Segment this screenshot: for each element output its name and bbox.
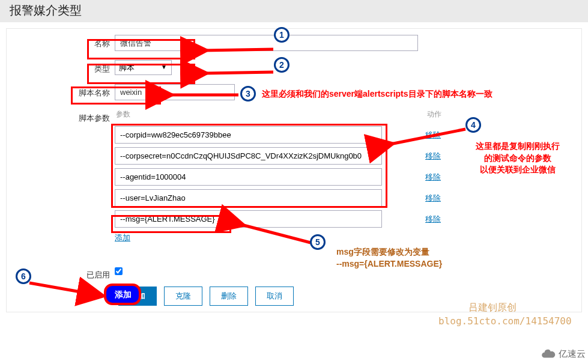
col-param-header: 参数: [115, 109, 427, 120]
param-input[interactable]: [115, 147, 382, 165]
label-script-params: 脚本参数: [7, 109, 115, 124]
badge-2: 2: [274, 57, 289, 73]
param-input[interactable]: [115, 126, 382, 144]
clone-button[interactable]: 克隆: [164, 287, 202, 306]
cancel-button[interactable]: 取消: [255, 287, 294, 306]
arrow-1: [198, 43, 276, 57]
param-remove-link[interactable]: 移除: [425, 172, 441, 183]
param-row: 移除: [115, 168, 448, 186]
param-input[interactable]: [115, 168, 382, 186]
badge-4: 4: [465, 117, 481, 133]
watermark-author: 吕建钊原创: [468, 302, 517, 314]
label-type: 类型: [7, 60, 115, 74]
param-input[interactable]: [115, 189, 382, 207]
badge-1: 1: [274, 27, 289, 43]
param-remove-link[interactable]: 移除: [425, 214, 441, 225]
watermark-logo: 亿速云: [541, 346, 586, 362]
cloud-icon: [541, 346, 556, 362]
page-title: 报警媒介类型: [0, 0, 588, 22]
annotation-5-text: msg字段需要修改为变量 --msg={ALERT.MESSAGE}: [336, 246, 442, 270]
param-remove-link[interactable]: 移除: [425, 151, 441, 162]
type-select[interactable]: 脚本: [115, 60, 172, 75]
label-name: 名称: [7, 35, 115, 49]
watermark-blog: blog.51cto.com/14154700: [438, 315, 572, 327]
col-action-header: 动作: [427, 109, 448, 120]
add-param-link[interactable]: 添加: [115, 232, 130, 243]
delete-button[interactable]: 删除: [210, 287, 248, 306]
enabled-checkbox[interactable]: [115, 267, 123, 275]
svg-line-4: [241, 225, 311, 243]
add-button[interactable]: 添加: [118, 287, 157, 306]
arrow-3: [163, 89, 241, 103]
svg-line-5: [29, 283, 101, 296]
arrow-5: [235, 220, 314, 249]
params-header: 参数 动作: [115, 109, 448, 123]
svg-line-1: [204, 72, 273, 73]
label-script-name: 脚本名称: [7, 84, 115, 99]
arrow-6: [26, 280, 105, 306]
badge-5: 5: [310, 234, 326, 250]
annotation-3-text: 这里必须和我们的server端alertscripts目录下的脚本名称一致: [262, 89, 574, 100]
param-row: 移除: [115, 189, 448, 207]
svg-line-0: [204, 49, 273, 50]
arrow-2: [198, 66, 276, 80]
badge-3: 3: [240, 86, 256, 102]
badge-6: 6: [16, 268, 31, 284]
param-remove-link[interactable]: 移除: [425, 193, 441, 204]
annotation-4-text: 这里都是复制刚刚执行 的测试命令的参数 以便关联到企业微信: [452, 141, 584, 176]
